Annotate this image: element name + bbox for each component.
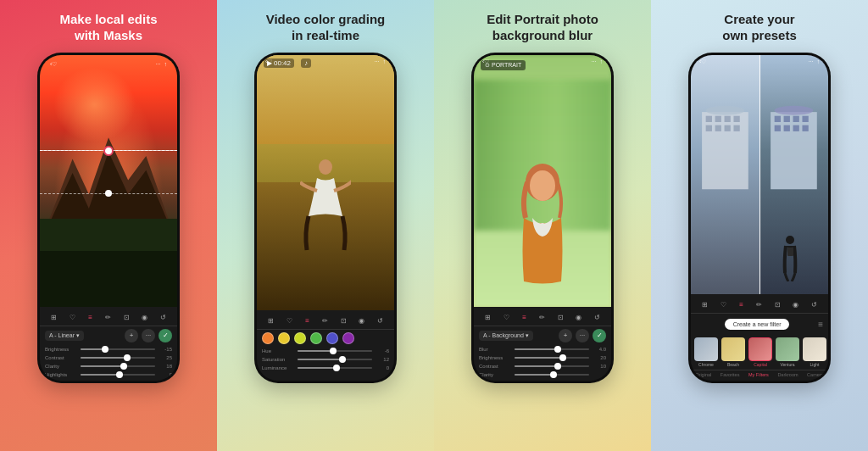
highlights-track[interactable] (81, 374, 155, 376)
saturation-thumb[interactable] (339, 356, 346, 363)
list-icon[interactable]: ≡ (818, 320, 823, 329)
mask-tool-3[interactable]: ◉ (572, 313, 586, 323)
hue-track[interactable] (298, 350, 372, 352)
brush-tool-2[interactable]: ✏ (319, 316, 332, 326)
clarity-thumb-3[interactable] (550, 371, 557, 378)
dot-green[interactable] (310, 332, 322, 344)
heart-icon-2[interactable]: ♡ (267, 58, 272, 65)
crop-tool-3[interactable]: ⊡ (554, 313, 567, 323)
create-filter-row: Create a new filter ≡ (691, 314, 828, 335)
more-icon-1[interactable]: ··· (156, 61, 161, 67)
brightness-track[interactable] (81, 348, 155, 350)
selector-btn-3[interactable]: A - Background ▾ (479, 331, 533, 341)
blur-track[interactable] (515, 348, 589, 350)
saturation-track[interactable] (298, 359, 372, 360)
brightness-thumb[interactable] (102, 346, 108, 353)
contrast-thumb[interactable] (124, 354, 131, 361)
clarity-track-3[interactable] (515, 374, 589, 376)
more-btn-1[interactable]: ··· (142, 329, 155, 342)
crop-tool[interactable]: ⊡ (120, 313, 133, 323)
grid-tool-4[interactable]: ⊞ (698, 300, 712, 310)
tab-camera[interactable]: Camera (807, 372, 824, 377)
grid-tool[interactable]: ⊞ (47, 313, 61, 323)
upload-icon-4[interactable]: ↑ (817, 58, 821, 64)
person-4 (780, 235, 801, 281)
dot-blue[interactable] (326, 332, 338, 344)
slider-luminance: Luminance 0 (257, 364, 394, 372)
history-tool[interactable]: ↺ (156, 313, 170, 323)
layers-tool-3[interactable]: ≡ (518, 313, 531, 323)
phone-3-screen: ‹ ♡ ··· ↑ (474, 55, 611, 381)
grid-tool-2[interactable]: ⊞ (264, 316, 278, 326)
heart-icon-1[interactable]: ♡ (52, 61, 57, 68)
more-icon-4[interactable]: ··· (809, 58, 814, 64)
luminance-thumb[interactable] (333, 365, 340, 371)
clarity-thumb[interactable] (120, 363, 127, 370)
filter-chrome[interactable]: Chrome (694, 337, 718, 367)
heart-tool[interactable]: ♡ (65, 313, 79, 323)
heart-tool-3[interactable]: ♡ (499, 313, 513, 323)
tab-myfilters[interactable]: My Filters (748, 372, 769, 377)
layers-tool[interactable]: ≡ (84, 313, 97, 323)
chrome-thumb (694, 337, 718, 361)
luminance-track[interactable] (298, 367, 372, 369)
brush-tool-3[interactable]: ✏ (536, 313, 549, 323)
upload-icon-1[interactable]: ↑ (164, 61, 168, 67)
brightness-track-3[interactable] (515, 357, 589, 359)
add-btn-1[interactable]: + (125, 329, 138, 342)
dot-lime[interactable] (294, 332, 306, 344)
selector-btn-1[interactable]: A - Linear ▾ (45, 331, 84, 341)
heart-tool-4[interactable]: ♡ (716, 300, 730, 310)
dot-yellow[interactable] (278, 332, 290, 344)
status-bar-2: ‹ ♡ ··· ↑ (257, 55, 394, 69)
mask-tool-2[interactable]: ◉ (355, 316, 369, 326)
create-filter-btn[interactable]: Create a new filter (725, 319, 790, 330)
check-btn-1[interactable]: ✓ (159, 329, 172, 342)
dot-orange[interactable] (262, 332, 274, 344)
check-btn-3[interactable]: ✓ (593, 329, 606, 342)
tab-original[interactable]: Original (695, 372, 711, 377)
history-tool-4[interactable]: ↺ (807, 300, 821, 310)
filter-ventura[interactable]: Ventura (776, 337, 799, 367)
brush-tool[interactable]: ✏ (102, 313, 115, 323)
svg-point-25 (786, 236, 794, 244)
brush-tool-4[interactable]: ✏ (753, 300, 766, 310)
clarity-track[interactable] (81, 365, 155, 367)
tab-darkroom[interactable]: Darkroom (777, 372, 798, 377)
more-btn-3[interactable]: ··· (576, 329, 589, 342)
crop-tool-4[interactable]: ⊡ (771, 300, 784, 310)
mask-tool[interactable]: ◉ (138, 313, 152, 323)
panel-portrait: Edit Portrait photobackground blur ‹ ♡ ·… (434, 0, 651, 451)
crop-tool-2[interactable]: ⊡ (337, 316, 350, 326)
heart-icon-4[interactable]: ♡ (701, 58, 706, 65)
tab-favorites[interactable]: Favorites (721, 372, 740, 377)
contrast-track-3[interactable] (515, 365, 589, 367)
dot-purple[interactable] (342, 332, 354, 344)
hue-thumb[interactable] (330, 348, 337, 354)
brightness-thumb-3[interactable] (559, 354, 566, 361)
svg-point-4 (530, 170, 555, 201)
mask-dot[interactable] (103, 146, 114, 156)
heart-icon-3[interactable]: ♡ (484, 58, 489, 65)
phone-2: ‹ ♡ ··· ↑ (254, 53, 397, 383)
blur-thumb[interactable] (554, 346, 561, 353)
contrast-thumb-3[interactable] (554, 363, 561, 370)
grid-tool-3[interactable]: ⊞ (481, 313, 495, 323)
more-icon-3[interactable]: ··· (592, 58, 597, 64)
upload-icon-2[interactable]: ↑ (383, 58, 387, 64)
mask-tool-4[interactable]: ◉ (789, 300, 803, 310)
upload-icon-3[interactable]: ↑ (600, 58, 604, 64)
filter-capital[interactable]: Capital (748, 337, 772, 367)
heart-tool-2[interactable]: ♡ (282, 316, 296, 326)
svg-point-14 (706, 105, 745, 114)
contrast-track[interactable] (81, 357, 155, 359)
more-icon-2[interactable]: ··· (375, 58, 380, 64)
add-btn-3[interactable]: + (559, 329, 572, 342)
history-tool-2[interactable]: ↺ (373, 316, 387, 326)
highlights-thumb[interactable] (116, 371, 123, 378)
layers-tool-2[interactable]: ≡ (301, 316, 314, 326)
filter-light[interactable]: Light (803, 337, 826, 367)
filter-beach[interactable]: Beach (721, 337, 745, 367)
history-tool-3[interactable]: ↺ (590, 313, 604, 323)
layers-tool-4[interactable]: ≡ (735, 300, 748, 310)
